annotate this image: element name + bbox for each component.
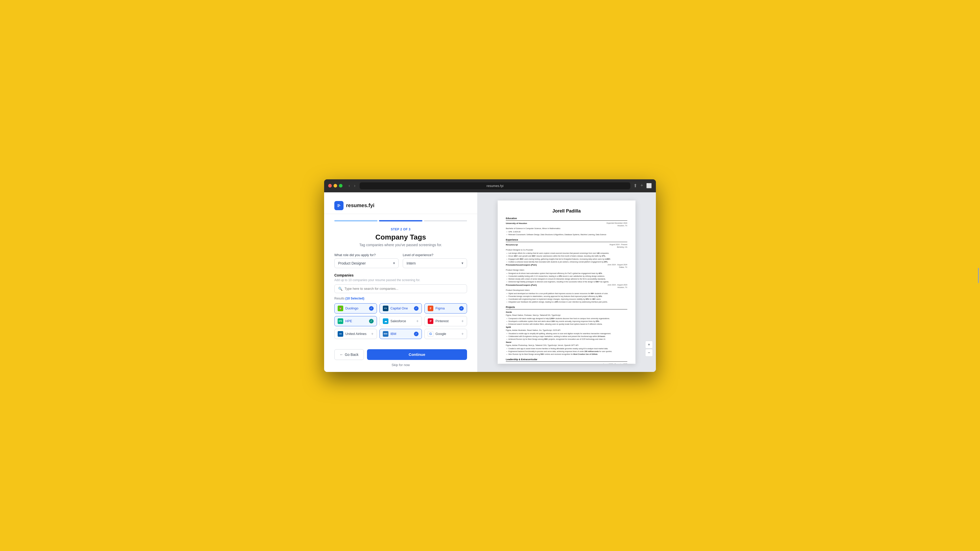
close-button[interactable] <box>328 184 332 187</box>
resume-degree: Bachelor of Science in Computer Science,… <box>506 227 627 230</box>
role-select[interactable]: Product Designer <box>334 259 399 268</box>
resume-coursework: Relevant Coursework: Software Design, Da… <box>506 233 627 236</box>
resume-education-header: University of Houston Expected December … <box>506 222 627 227</box>
salesforce-logo: ☁ <box>383 318 388 324</box>
resume-exp3-b1: Styled and developed an interface for a … <box>506 292 627 295</box>
share-icon[interactable]: ⬆ <box>633 183 637 189</box>
company-chip-ibm[interactable]: IBM IBM ✓ <box>380 329 422 339</box>
resume-proj3-b3: Won Runner-Up for Best Design among 500+… <box>506 353 627 356</box>
form-row: What role did you apply for? Product Des… <box>334 253 467 268</box>
resume-exp3-date: June 2023 - August 2023Houston, TX <box>608 284 627 289</box>
resume-exp2-b3: Worked closely with a team of senior des… <box>506 278 627 280</box>
resume-education-date: Expected December 2024Houston, TX <box>607 222 627 227</box>
resume-exp3-company: PricewaterhouseCoopers (PwC) <box>506 284 537 287</box>
results-header: Results (10 Selected) <box>334 297 467 300</box>
resume-proj1-tech-label: Figma, React Native, Firebase, Next.js, … <box>506 314 627 317</box>
companies-grid: 🦉 Duolingo ✓ C1 Capital One ✓ F Figma <box>334 303 467 339</box>
resume-exp2-header: PricewaterhouseCoopers (PwC) June 2024 -… <box>506 264 627 268</box>
hpe-logo: HPE <box>338 318 343 324</box>
company-chip-duolingo[interactable]: 🦉 Duolingo ✓ <box>334 303 377 313</box>
salesforce-name: Salesforce <box>390 319 406 323</box>
zoom-in-button[interactable]: + <box>645 341 653 348</box>
zoom-out-button[interactable]: − <box>645 349 653 357</box>
resume-exp2-b2: Conducted usability testing with 2 UX re… <box>506 275 627 278</box>
resume-exp3-b2: Presented design concepts to stakeholder… <box>506 295 627 298</box>
resume-proj1-b2: Developed a notification system that sen… <box>506 320 627 323</box>
company-chip-google[interactable]: G Google + <box>425 329 467 339</box>
go-back-label: Go Back <box>345 353 359 357</box>
go-back-button[interactable]: ← Go Back <box>334 349 364 360</box>
resume-proj2-b2: Collaborated with 3 engineers during a m… <box>506 335 627 338</box>
page-subtitle: Tag companies where you've passed screen… <box>334 243 467 247</box>
resume-leadership1-header: CougarCS August 2023 - December 2023Hous… <box>506 363 627 364</box>
role-group: What role did you apply for? Product Des… <box>334 253 399 268</box>
resume-proj3-b2: Engineered backend functionality to proc… <box>506 350 627 353</box>
forward-nav-icon[interactable]: › <box>353 183 356 189</box>
resume-projects-title: Projects <box>506 306 627 310</box>
copy-icon[interactable]: ⬜ <box>646 183 652 189</box>
figma-name: Figma <box>435 306 445 310</box>
resume-education-title: Education <box>506 217 627 221</box>
resume-proj2-tech-label: Figma, Adobe Illustrator, React Native, … <box>506 329 627 332</box>
google-name: Google <box>435 332 446 336</box>
resume-proj2-name: Splitt <box>506 326 511 329</box>
resume-proj3-b1: Created a web app to assist lower-income… <box>506 348 627 350</box>
logo-icon <box>334 201 344 210</box>
progress-section <box>324 214 477 221</box>
company-chip-united-airlines[interactable]: UA United Airlines + <box>334 329 377 339</box>
united-airlines-add-icon: + <box>371 332 373 336</box>
resume-proj1-b1: Composed a full-stack mobile app designe… <box>506 318 627 320</box>
resume-exp2-b4: Delivered high-fidelity prototypes to di… <box>506 281 627 283</box>
left-panel: resumes.fyi STEP 2 OF 3 Company Tags Tag… <box>324 192 477 372</box>
resume-exp1-company: Resumes.fyi <box>506 243 518 246</box>
maximize-button[interactable] <box>339 184 342 187</box>
resume-exp1-date: August 2024 - PresentBerkeley, CA <box>609 243 627 248</box>
bottom-actions: ← Go Back Continue Skip for now <box>324 345 477 372</box>
resume-exp1-header: Resumes.fyi August 2024 - PresentBerkele… <box>506 243 627 248</box>
zoom-controls: + − <box>645 341 653 357</box>
main-content: STEP 2 OF 3 Company Tags Tag companies w… <box>324 221 477 345</box>
minimize-button[interactable] <box>334 184 337 187</box>
ibm-logo: IBM <box>383 331 388 337</box>
figma-logo: F <box>428 306 433 311</box>
capital-one-name: Capital One <box>390 306 408 310</box>
experience-select[interactable]: Intern <box>403 259 467 268</box>
back-nav-icon[interactable]: ‹ <box>348 183 351 189</box>
experience-select-wrapper: Intern ▼ <box>403 259 467 268</box>
page-title: Company Tags <box>334 233 467 241</box>
company-chip-figma[interactable]: F Figma ✓ <box>425 303 467 313</box>
pinterest-add-icon: + <box>461 319 464 324</box>
resume-exp3-header: PricewaterhouseCoopers (PwC) June 2023 -… <box>506 284 627 289</box>
skip-link[interactable]: Skip for now <box>334 363 467 367</box>
action-buttons-row: ← Go Back Continue <box>334 349 467 360</box>
address-bar[interactable]: resumes.fyi <box>360 183 631 189</box>
resume-exp1-b4: Crafted a cohesive brand identity that r… <box>506 261 627 263</box>
resume-proj3-header: Savor <box>506 341 627 344</box>
role-select-wrapper: Product Designer ▼ <box>334 259 399 268</box>
duolingo-logo: 🦉 <box>338 306 343 311</box>
duolingo-name: Duolingo <box>345 306 358 310</box>
resume-exp1-title: Product Designer & Co-Founder <box>506 249 627 251</box>
back-arrow-icon: ← <box>340 353 343 357</box>
top-bar: resumes.fyi <box>324 192 477 214</box>
continue-button[interactable]: Continue <box>367 349 467 360</box>
add-tab-icon[interactable]: + <box>640 183 643 189</box>
resume-proj2-b1: Visualized a mobile app to simplify bill… <box>506 332 627 335</box>
company-search-input[interactable] <box>345 287 463 291</box>
resume-leadership1-company: CougarCS <box>506 363 516 364</box>
results-count: (10 Selected) <box>345 297 364 300</box>
resume-exp2-title: Product Design Intern <box>506 269 627 272</box>
logo-text: resumes.fyi <box>346 203 374 208</box>
salesforce-add-icon: + <box>416 319 418 324</box>
google-logo: G <box>428 331 433 337</box>
company-chip-salesforce[interactable]: ☁ Salesforce + <box>380 316 422 326</box>
resume-exp3-b4: Integrated user feedback into platform d… <box>506 301 627 303</box>
companies-search-box[interactable]: 🔍 <box>334 284 467 293</box>
step-label: STEP 2 OF 3 <box>334 227 467 231</box>
search-icon: 🔍 <box>338 287 342 291</box>
company-chip-pinterest[interactable]: P Pinterest + <box>425 316 467 326</box>
browser-window: ‹ › resumes.fyi ⬆ + ⬜ resumes.fyi <box>324 179 656 372</box>
company-chip-hpe[interactable]: HPE HPE ✓ <box>334 316 377 326</box>
capital-one-logo: C1 <box>383 306 388 311</box>
company-chip-capital-one[interactable]: C1 Capital One ✓ <box>380 303 422 313</box>
